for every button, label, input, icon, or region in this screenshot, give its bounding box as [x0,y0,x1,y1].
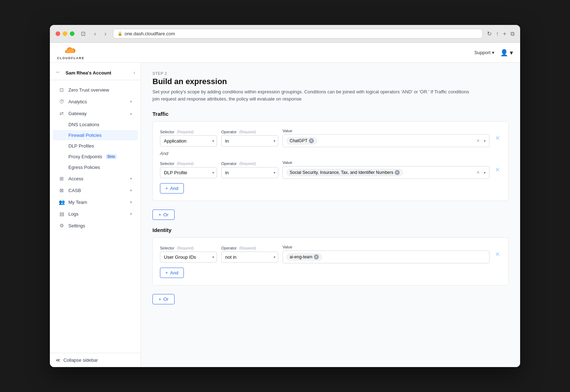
page-title: Build an expression [152,77,509,86]
tag-remove-button[interactable]: ✕ [395,170,400,175]
identity-value-label: Value [283,245,489,249]
sidebar-item-my-team[interactable]: 👥 My Team ▾ [53,196,138,208]
chevron-down-icon: ▾ [130,188,132,193]
identity-selector-select[interactable]: User Group IDs [160,252,217,263]
selector-field-group-2: Selector (Required) DLP Profile ▾ [160,161,217,178]
sidebar-item-egress-policies[interactable]: Egress Policies [53,162,138,172]
identity-operator-field-group: Operator (Required) not in ▾ [221,246,278,263]
selector-select-2[interactable]: DLP Profile [160,167,217,178]
sidebar-item-proxy-endpoints[interactable]: Proxy Endpoints Beta [53,151,138,162]
sidebar-item-logs[interactable]: ▤ Logs ▾ [53,208,138,220]
proxy-endpoints-label: Proxy Endpoints [68,154,102,159]
sidebar-item-firewall-policies[interactable]: Firewall Policies [53,130,138,140]
delete-row-button-2[interactable]: ✕ [494,165,501,175]
value-field-group-2: Value Social Security, Insurance, Tax, a… [283,160,489,179]
sidebar-toggle-button[interactable]: ⊡ [79,30,88,38]
cloudflare-logo: CLOUDFLARE [57,46,84,60]
value-field-2[interactable]: Social Security, Insurance, Tax, and Ide… [283,166,489,179]
identity-operator-select[interactable]: not in [221,252,278,263]
dlp-profiles-label: DLP Profiles [68,143,94,149]
sidebar-item-gateway[interactable]: ⇄ Gateway ▴ [53,108,138,119]
operator-label: Operator (Required) [221,130,278,134]
url-bar[interactable]: 🔒 one.dash.cloudflare.com [113,29,483,38]
back-icon: ← [56,69,63,76]
value-label-2: Value [283,160,489,165]
delete-row-button[interactable]: ✕ [494,133,501,143]
value-dropdown-button[interactable]: ▾ [481,139,486,143]
chevron-down-icon: ▾ [510,49,513,56]
sidebar-item-dlp-profiles[interactable]: DLP Profiles [53,141,138,151]
operator-select[interactable]: in [221,135,278,146]
selector-required: (Required) [177,130,193,134]
close-button[interactable] [56,31,60,36]
sidebar-item-analytics[interactable]: ⏱ Analytics ▾ [53,96,138,107]
settings-icon: ⚙ [58,223,65,228]
new-tab-button[interactable]: + [503,31,506,37]
support-button[interactable]: Support ▾ [474,50,494,55]
tag-remove-button[interactable]: ✕ [314,254,319,259]
delete-identity-row-button[interactable]: ✕ [494,249,501,259]
identity-selector-label: Selector (Required) [160,246,217,250]
refresh-button[interactable]: ↻ [487,30,492,37]
chevron-right-icon: › [134,70,135,75]
tag-text: ai-eng-team [290,254,312,259]
cloudflare-logo-icon [62,46,80,56]
selector-label: Selector (Required) [160,130,217,134]
chevron-down-icon: ▾ [492,50,494,55]
user-menu-button[interactable]: 👤 ▾ [500,49,513,57]
chevron-down-icon: ▾ [130,99,132,104]
user-icon: 👤 [500,49,508,56]
identity-value-field[interactable]: ai-eng-team ✕ [283,251,489,263]
identity-operator-label: Operator (Required) [221,246,278,250]
sidebar-item-access[interactable]: ⊞ Access ▾ [53,173,138,184]
logo-text: CLOUDFLARE [57,56,84,60]
add-and-button[interactable]: + And [160,183,184,194]
identity-selector-field-group: Selector (Required) User Group IDs ▾ [160,246,217,263]
sidebar-item-dns-locations[interactable]: DNS Locations [53,119,138,130]
selector-label-2: Selector (Required) [160,161,217,166]
selector-select-wrapper-2: DLP Profile ▾ [160,167,217,178]
identity-value-field-group: Value ai-eng-team ✕ [283,245,489,263]
or-label: Or [164,212,169,217]
sidebar-item-zero-trust[interactable]: ⊡ Zero Trust overview [53,84,138,96]
add-and-label: And [170,186,178,191]
value-tag-ai-eng: ai-eng-team ✕ [286,253,322,261]
sidebar-item-label: Logs [68,211,126,217]
share-button[interactable]: ↑ [496,31,499,37]
clear-button[interactable]: ✕ [476,138,480,143]
egress-policies-label: Egress Policies [68,165,100,170]
tab-overview-button[interactable]: ⧉ [511,31,514,37]
condition-row-2: Selector (Required) DLP Profile ▾ [160,160,501,179]
chevron-up-icon: ▴ [130,111,132,116]
value-tag-dlp: Social Security, Insurance, Tax, and Ide… [286,169,403,176]
maximize-button[interactable] [70,31,74,36]
operator-select-2[interactable]: in [221,167,278,178]
back-button[interactable]: ‹ [92,30,98,38]
tag-remove-button[interactable]: ✕ [309,138,314,143]
sidebar-account[interactable]: ← Sam Rhea's Account › [50,66,141,80]
or-button-2[interactable]: + Or [152,294,175,304]
selector-select[interactable]: Application [160,135,217,146]
clear-button-2[interactable]: ✕ [476,170,480,175]
operator-required: (Required) [239,130,256,134]
casb-icon: ⊠ [58,187,65,193]
sidebar-item-casb[interactable]: ⊠ CASB ▾ [53,185,138,196]
forward-button[interactable]: › [102,30,108,38]
value-dropdown-button-2[interactable]: ▾ [481,171,486,175]
add-and-button-identity[interactable]: + And [160,268,184,278]
value-field-actions-2: ✕ ▾ [476,170,486,175]
analytics-icon: ⏱ [58,99,65,104]
plus-icon: + [159,212,161,217]
gateway-icon: ⇄ [58,110,65,116]
page-description: Set your policy's scope by adding condit… [152,88,473,102]
minimize-button[interactable] [63,31,67,36]
identity-section-title: Identity [152,227,509,233]
collapse-sidebar-button[interactable]: ≪ Collapse sidebar [56,357,98,363]
identity-condition-card: Selector (Required) User Group IDs ▾ [152,237,509,285]
selector-select-wrapper: Application ▾ [160,135,217,146]
traffic-section-title: Traffic [152,111,509,117]
or-button-1[interactable]: + Or [152,210,175,220]
value-field[interactable]: ChatGPT ✕ ✕ ▾ [283,134,489,147]
plus-icon: + [159,296,161,302]
sidebar-item-settings[interactable]: ⚙ Settings [53,220,138,231]
